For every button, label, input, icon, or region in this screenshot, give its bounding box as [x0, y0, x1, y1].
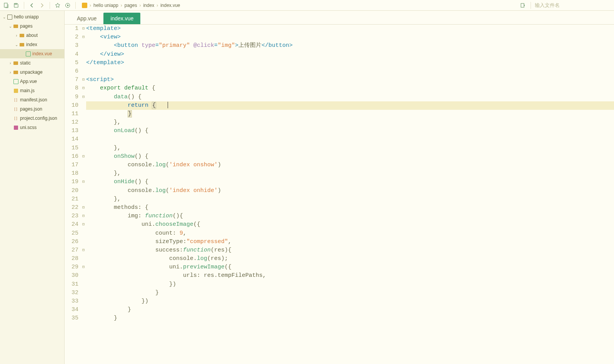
fold-toggle-icon[interactable]: ⊟	[81, 84, 86, 93]
tree-item-about[interactable]: ›about	[0, 31, 64, 40]
chevron-down-icon[interactable]: ⌄	[14, 42, 19, 47]
code-line[interactable]: urls: res.tempFilePaths,	[86, 271, 614, 280]
fold-placeholder	[81, 195, 86, 204]
chevron-down-icon[interactable]: ⌄	[8, 23, 13, 29]
chevron-right-icon: ›	[156, 3, 158, 8]
tree-item-main-js[interactable]: main.js	[0, 86, 64, 95]
code-line[interactable]: uni.previewImage({	[86, 263, 614, 271]
code-line[interactable]: count: 9,	[86, 229, 614, 238]
nav-back-icon[interactable]	[28, 2, 36, 9]
vue-icon	[13, 79, 18, 84]
new-file-icon[interactable]	[2, 2, 10, 9]
code-line[interactable]: <template>	[86, 25, 614, 33]
tree-item-unpackage[interactable]: ›unpackage	[0, 68, 64, 77]
line-number: 5	[65, 59, 79, 67]
tree-item-uni-scss[interactable]: uni.scss	[0, 123, 64, 132]
code-line[interactable]: sizeType:"compressed",	[86, 238, 614, 246]
chevron-down-icon[interactable]: ⌄	[2, 14, 7, 20]
chevron-right-icon[interactable]: ›	[8, 69, 13, 75]
tree-item-pages-json[interactable]: pages.json	[0, 104, 64, 114]
code-line[interactable]: return {	[86, 101, 614, 110]
file-search-input[interactable]	[535, 2, 612, 8]
fold-gutter[interactable]: ⊟⊟⊟⊟⊟⊟⊟⊟⊟⊟⊟⊟	[81, 25, 86, 364]
code-line[interactable]: },	[86, 118, 614, 127]
code-line[interactable]: onHide() {	[86, 178, 614, 186]
code-line[interactable]: })	[86, 280, 614, 289]
code-line[interactable]: </template>	[86, 59, 614, 67]
fold-toggle-icon[interactable]: ⊟	[81, 93, 86, 101]
fold-toggle-icon[interactable]: ⊟	[81, 220, 86, 229]
tree-item-manifest-json[interactable]: manifest.json	[0, 95, 64, 104]
code-line[interactable]: methods: {	[86, 204, 614, 212]
fold-toggle-icon[interactable]: ⊟	[81, 33, 86, 41]
fold-placeholder	[81, 144, 86, 152]
caret-placeholder	[20, 51, 25, 56]
code-line[interactable]: <view>	[86, 33, 614, 41]
tab-index-vue[interactable]: index.vue	[103, 13, 140, 24]
caret-placeholder	[8, 116, 13, 121]
line-number: 30	[65, 271, 79, 280]
fold-toggle-icon[interactable]: ⊟	[81, 212, 86, 220]
fold-toggle-icon[interactable]: ⊟	[81, 178, 86, 186]
code-line[interactable]: onLoad() {	[86, 127, 614, 135]
code-line[interactable]: <script>	[86, 76, 614, 84]
code-line[interactable]	[86, 135, 614, 144]
line-number: 28	[65, 255, 79, 263]
code-line[interactable]: img: function(){	[86, 212, 614, 220]
code-line[interactable]: },	[86, 195, 614, 204]
chevron-right-icon[interactable]: ›	[8, 60, 13, 66]
tree-item-pages[interactable]: ⌄pages	[0, 22, 64, 31]
code-editor[interactable]: 1234567891011121314151617181920212223242…	[65, 25, 614, 364]
code-line[interactable]: },	[86, 169, 614, 178]
preview-icon[interactable]	[519, 2, 527, 9]
fold-toggle-icon[interactable]: ⊟	[81, 76, 86, 84]
chevron-right-icon[interactable]: ›	[14, 33, 19, 38]
code-line[interactable]: success:function(res){	[86, 246, 614, 255]
breadcrumb-item[interactable]: pages	[125, 3, 137, 8]
breadcrumb-item[interactable]: index	[143, 3, 154, 8]
code-content[interactable]: <template> <view> <button type="primary"…	[86, 25, 614, 364]
tree-item-hello-uniapp[interactable]: ⌄hello uniapp	[0, 12, 64, 22]
tree-item-project-config-json[interactable]: project.config.json	[0, 114, 64, 123]
line-number: 4	[65, 50, 79, 59]
fold-toggle-icon[interactable]: ⊟	[81, 263, 86, 271]
code-line[interactable]: }	[86, 110, 614, 118]
run-icon[interactable]	[64, 2, 72, 9]
code-line[interactable]: },	[86, 144, 614, 152]
code-line[interactable]: </view>	[86, 50, 614, 59]
code-line[interactable]: }	[86, 306, 614, 314]
breadcrumb-item[interactable]: index.vue	[160, 3, 180, 8]
code-line[interactable]: }	[86, 314, 614, 323]
save-icon[interactable]	[12, 2, 20, 9]
fold-toggle-icon[interactable]: ⊟	[81, 152, 86, 161]
editor-tabs: App.vueindex.vue	[65, 11, 614, 25]
fold-toggle-icon[interactable]: ⊟	[81, 246, 86, 255]
tree-item-index-vue[interactable]: index.vue	[0, 49, 64, 58]
fold-toggle-icon[interactable]: ⊟	[81, 204, 86, 212]
fold-placeholder	[81, 187, 86, 195]
tree-item-index[interactable]: ⌄index	[0, 40, 64, 49]
star-icon[interactable]	[54, 2, 62, 9]
text-cursor	[168, 102, 168, 108]
line-number: 21	[65, 195, 79, 204]
fold-toggle-icon[interactable]: ⊟	[81, 25, 86, 33]
tree-item-static[interactable]: ›static	[0, 58, 64, 68]
code-line[interactable]: console.log(res);	[86, 255, 614, 263]
code-line[interactable]: <button type="primary" @click="img">上传图片…	[86, 41, 614, 50]
code-line[interactable]: onShow() {	[86, 152, 614, 161]
code-line[interactable]: data() {	[86, 93, 614, 101]
toolbar-separator	[50, 2, 50, 9]
fold-placeholder	[81, 314, 86, 323]
code-line[interactable]: })	[86, 297, 614, 306]
code-line[interactable]: export default {	[86, 84, 614, 93]
code-line[interactable]: console.log('index onshow')	[86, 161, 614, 169]
code-line[interactable]: uni.chooseImage({	[86, 220, 614, 229]
code-line[interactable]	[86, 67, 614, 76]
code-line[interactable]: console.log('index onhide')	[86, 187, 614, 195]
breadcrumb-item[interactable]: hello uniapp	[93, 3, 118, 8]
file-explorer[interactable]: ⌄hello uniapp⌄pages›about⌄indexindex.vue…	[0, 11, 65, 364]
line-number: 35	[65, 314, 79, 323]
code-line[interactable]: }	[86, 289, 614, 297]
tree-item-App-vue[interactable]: App.vue	[0, 77, 64, 86]
tab-App-vue[interactable]: App.vue	[70, 13, 103, 24]
